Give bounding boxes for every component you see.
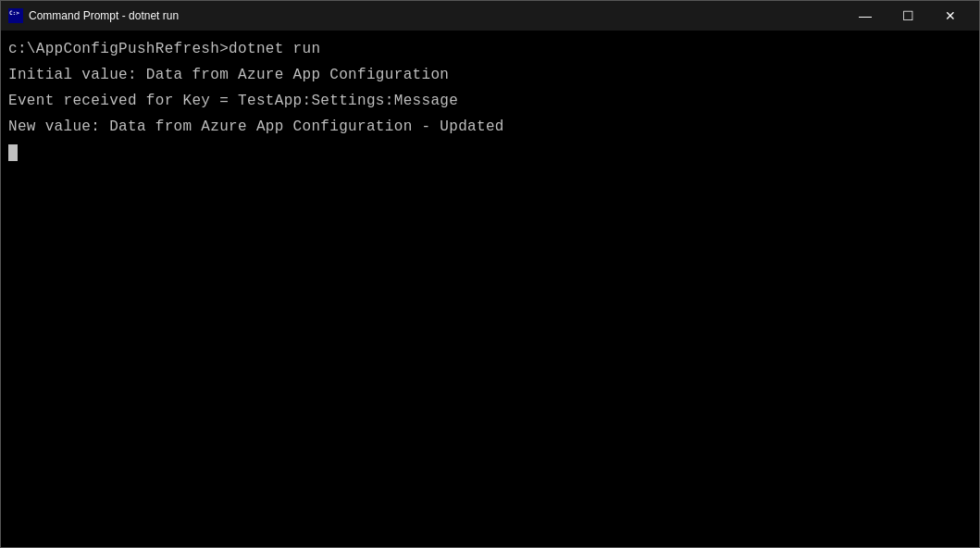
- maximize-button[interactable]: ☐: [887, 1, 929, 31]
- window-icon: [8, 8, 23, 23]
- console-line-1: c:\AppConfigPushRefresh>dotnet run: [8, 36, 972, 62]
- minimize-button[interactable]: —: [844, 1, 887, 31]
- cursor-line: [8, 140, 972, 166]
- title-bar: Command Prompt - dotnet run — ☐ ✕: [1, 1, 979, 31]
- console-line-4: New value: Data from Azure App Configura…: [8, 114, 972, 140]
- close-button[interactable]: ✕: [929, 1, 972, 31]
- window-controls: — ☐ ✕: [844, 1, 972, 31]
- console-line-2: Initial value: Data from Azure App Confi…: [8, 62, 972, 88]
- text-cursor: [8, 144, 18, 161]
- console-line-3: Event received for Key = TestApp:Setting…: [8, 88, 972, 114]
- command-prompt-window: Command Prompt - dotnet run — ☐ ✕ c:\App…: [0, 0, 980, 548]
- window-title: Command Prompt - dotnet run: [29, 9, 844, 22]
- console-output[interactable]: c:\AppConfigPushRefresh>dotnet run Initi…: [1, 31, 979, 547]
